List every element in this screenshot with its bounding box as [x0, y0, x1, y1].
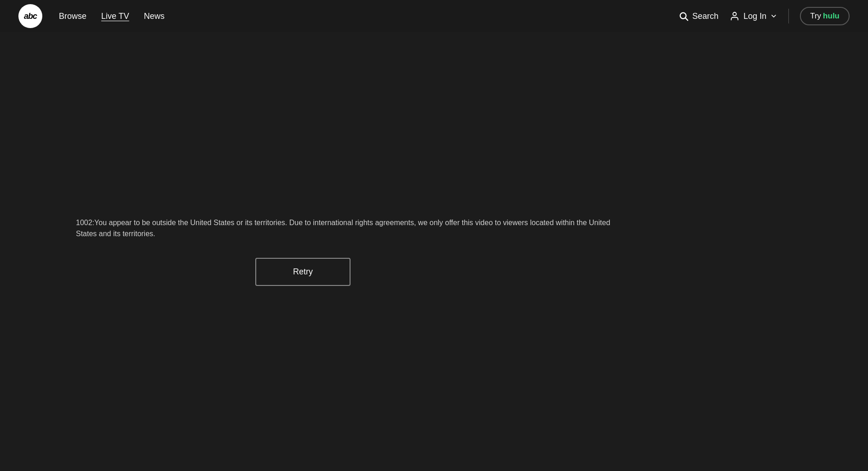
main-content: 1002:You appear to be outside the United… — [0, 32, 868, 471]
nav-divider — [788, 9, 789, 23]
navbar-left: abc Browse Live TV News — [18, 4, 165, 28]
nav-item-news[interactable]: News — [144, 12, 165, 21]
search-button[interactable]: Search — [678, 11, 719, 21]
video-area: 1002:You appear to be outside the United… — [0, 32, 868, 471]
abc-logo[interactable]: abc — [18, 4, 42, 28]
search-icon — [678, 11, 689, 21]
login-button[interactable]: Log In — [730, 11, 777, 21]
user-icon — [730, 11, 740, 21]
nav-link-browse[interactable]: Browse — [59, 12, 86, 21]
nav-link-livetv[interactable]: Live TV — [101, 12, 129, 21]
nav-item-browse[interactable]: Browse — [59, 12, 86, 21]
abc-logo-text: abc — [24, 12, 37, 21]
svg-point-2 — [733, 12, 736, 16]
nav-item-livetv[interactable]: Live TV — [101, 12, 129, 21]
error-message: 1002:You appear to be outside the United… — [76, 217, 628, 239]
try-hulu-button[interactable]: Try hulu — [800, 7, 850, 25]
nav-link-news[interactable]: News — [144, 12, 165, 21]
retry-button[interactable]: Retry — [255, 258, 351, 286]
hulu-brand: hulu — [823, 12, 839, 21]
chevron-down-icon — [770, 12, 777, 20]
navbar-right: Search Log In Try hulu — [678, 7, 850, 25]
nav-links: Browse Live TV News — [59, 12, 165, 21]
search-label: Search — [692, 12, 719, 21]
navbar: abc Browse Live TV News Search — [0, 0, 868, 32]
try-prefix: Try — [810, 12, 821, 21]
login-label: Log In — [743, 12, 766, 21]
svg-line-1 — [685, 18, 688, 20]
